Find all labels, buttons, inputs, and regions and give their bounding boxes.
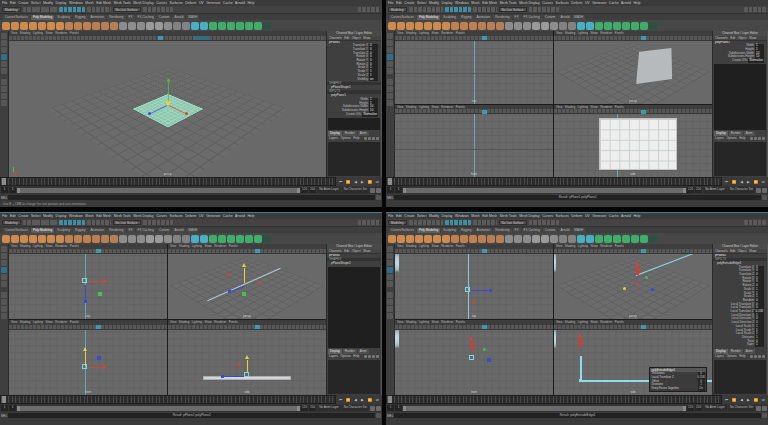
shelf-icon[interactable] — [2, 235, 10, 243]
layers-menu[interactable]: Layers — [715, 136, 724, 140]
render-buttons-group[interactable] — [529, 7, 559, 13]
hud-toggle-chip[interactable] — [641, 36, 646, 40]
render-buttons-group[interactable] — [143, 220, 173, 226]
manip-plane-handle[interactable] — [97, 356, 101, 360]
menu-item[interactable]: Display — [55, 214, 66, 218]
channel-value-field[interactable]: Normalize — [748, 59, 764, 63]
hud-toggle-chip[interactable] — [255, 249, 260, 253]
shelf-icon[interactable] — [649, 235, 657, 243]
shelf-icon[interactable] — [146, 22, 154, 30]
menu-item[interactable]: Display — [441, 214, 452, 218]
shelf-icon[interactable] — [577, 22, 585, 30]
script-editor-icon[interactable] — [376, 195, 381, 200]
shelf-icon[interactable] — [155, 22, 163, 30]
playback-button[interactable]: ⏩ — [754, 180, 758, 184]
shelf-icon[interactable] — [460, 22, 468, 30]
shelf-icon[interactable] — [415, 235, 423, 243]
tool-icon[interactable] — [1, 274, 7, 280]
help-menu[interactable]: Help — [739, 136, 745, 140]
shelf-icon[interactable] — [20, 22, 28, 30]
playback-button[interactable]: ▶ — [361, 398, 364, 402]
anim-end-field[interactable]: 200 — [309, 187, 316, 193]
shelf-icon[interactable] — [568, 235, 576, 243]
shelf-icon[interactable] — [182, 235, 190, 243]
playback-end-field[interactable]: 120 — [301, 405, 308, 411]
persp-canvas[interactable]: persp — [168, 254, 326, 320]
tool-icon[interactable] — [1, 93, 7, 99]
channel-box-tab[interactable]: Object — [738, 249, 747, 253]
top-canvas[interactable]: top — [395, 254, 553, 320]
tool-icon[interactable] — [387, 274, 393, 280]
tool-icon[interactable] — [1, 313, 7, 319]
history-buttons-group[interactable] — [473, 7, 497, 13]
layer-list[interactable] — [714, 360, 766, 395]
command-input[interactable]: Result: pPlane2 polyPlane2 — [8, 413, 375, 418]
range-bar[interactable] — [17, 406, 300, 411]
pane-front[interactable]: ViewShadingLightingShowRendererPanels — [9, 320, 167, 395]
menu-item[interactable]: Mesh — [85, 1, 93, 5]
live-surface-field[interactable]: No Live Surface — [113, 220, 141, 226]
manip-y-axis[interactable] — [168, 82, 169, 102]
playback-button[interactable]: ⏮ — [725, 180, 728, 184]
channel-box-tab[interactable]: Show — [749, 249, 757, 253]
front-canvas[interactable]: front — [395, 114, 553, 177]
manip-z-axis[interactable] — [224, 376, 244, 377]
playback-button[interactable]: ⏩ — [368, 398, 372, 402]
pane-front[interactable]: ViewShadingLightingShowRendererPanels f — [395, 320, 553, 395]
playback-button[interactable]: ▶ — [747, 398, 750, 402]
shelf-icon[interactable] — [496, 22, 504, 30]
manip-plane-handle[interactable] — [242, 292, 246, 296]
live-surface-field[interactable]: No Live Surface — [113, 7, 141, 13]
channel-value-field[interactable]: Normalize — [362, 113, 378, 117]
manip-center-handle[interactable] — [469, 355, 474, 360]
top-canvas[interactable]: top — [395, 41, 553, 104]
menuset-dropdown[interactable]: Modeling — [2, 220, 21, 226]
playback-button[interactable]: ⏪ — [346, 180, 350, 184]
shelf-icon[interactable] — [245, 235, 253, 243]
layer-list[interactable] — [328, 360, 380, 395]
menu-item[interactable]: UV — [199, 1, 204, 5]
shelf-icon[interactable] — [137, 22, 145, 30]
options-menu[interactable]: Options — [341, 136, 351, 140]
menu-item[interactable]: Create — [404, 1, 414, 5]
playback-end-field[interactable]: 120 — [687, 187, 694, 193]
menu-item[interactable]: Mesh Tools — [114, 214, 131, 218]
layer-buttons[interactable] — [364, 355, 379, 358]
shelf-icon[interactable] — [83, 22, 91, 30]
channel-box-tab[interactable]: Edit — [730, 249, 735, 253]
camera-options-chip[interactable] — [193, 36, 209, 40]
tool-icon[interactable] — [1, 281, 7, 287]
shelf-icon[interactable] — [640, 235, 648, 243]
snap-buttons-group[interactable] — [59, 220, 85, 226]
shelf-icon[interactable] — [56, 235, 64, 243]
manip-center-handle[interactable] — [465, 287, 470, 292]
menu-item[interactable]: Mesh — [85, 214, 93, 218]
playback-button[interactable]: ◀ — [740, 398, 743, 402]
shelf-icon[interactable] — [523, 235, 531, 243]
playback-button[interactable]: ⏩ — [754, 398, 758, 402]
curve-vertical-segment[interactable] — [580, 356, 582, 380]
tool-icon[interactable] — [1, 79, 7, 85]
shelf-icon[interactable] — [227, 235, 235, 243]
pane-persp[interactable]: ViewShadingLightingShowRendererPanels — [9, 31, 326, 177]
menu-item[interactable]: Help — [633, 214, 640, 218]
menu-item[interactable]: Arnold — [621, 214, 631, 218]
tool-icon[interactable] — [387, 93, 393, 99]
shelf-icon[interactable] — [424, 22, 432, 30]
pane-persp[interactable]: ViewShadingLightingShowRendererPanels — [554, 244, 712, 319]
tool-icon[interactable] — [1, 306, 7, 312]
playback-end-field[interactable]: 120 — [301, 187, 308, 193]
tool-icon[interactable] — [387, 79, 393, 85]
live-surface-field[interactable]: No Live Surface — [499, 220, 527, 226]
shelf-icon[interactable] — [559, 235, 567, 243]
shelf-icon[interactable] — [424, 235, 432, 243]
tool-icon[interactable] — [1, 61, 7, 67]
shelf-icon[interactable] — [388, 235, 396, 243]
shelf-icon[interactable] — [586, 22, 594, 30]
side-canvas[interactable]: polyExtrudeEdge1 Thickness 0 — [554, 330, 712, 396]
manip-z-handle[interactable] — [84, 300, 87, 303]
hud-toggle-chip[interactable] — [641, 110, 646, 114]
shelf-icon[interactable] — [388, 22, 396, 30]
manip-center-handle[interactable] — [82, 364, 87, 369]
manip-y-handle[interactable] — [483, 348, 486, 351]
